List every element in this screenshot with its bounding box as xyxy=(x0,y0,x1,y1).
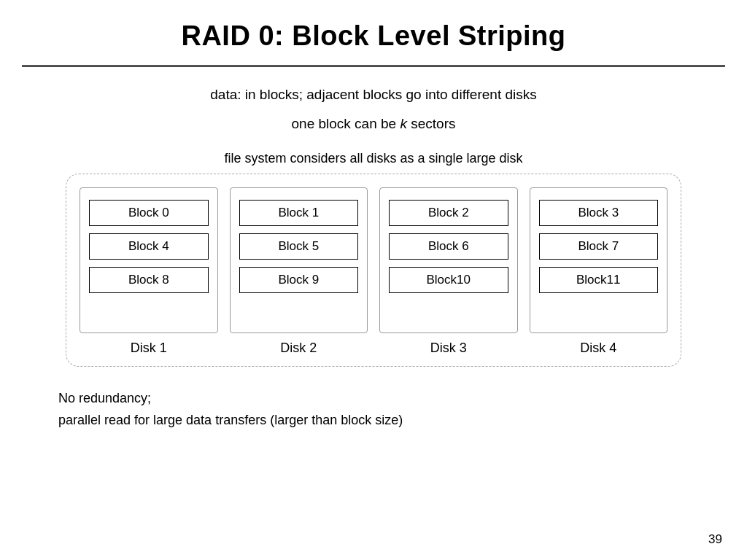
disk-label-3: Disk 3 xyxy=(430,341,467,356)
disk-label-4: Disk 4 xyxy=(580,341,616,356)
desc-line2-italic: k xyxy=(400,116,407,131)
disk-unit-1: Block 0 Block 4 Block 8 Disk 1 xyxy=(80,187,218,356)
disk-box-1: Block 0 Block 4 Block 8 xyxy=(80,187,218,333)
page-number: 39 xyxy=(708,532,722,547)
disk-unit-2: Block 1 Block 5 Block 9 Disk 2 xyxy=(230,187,368,356)
disk-label-1: Disk 1 xyxy=(131,341,167,356)
block-10: Block10 xyxy=(389,267,508,293)
disk-box-3: Block 2 Block 6 Block10 xyxy=(379,187,518,333)
description-line2: one block can be k sectors xyxy=(44,112,703,136)
desc-line2-prefix: one block can be xyxy=(292,116,400,131)
disk-unit-4: Block 3 Block 7 Block11 Disk 4 xyxy=(530,187,668,356)
slide-title: RAID 0: Block Level Striping xyxy=(181,20,565,51)
block-0: Block 0 xyxy=(89,200,209,226)
disks-row: Block 0 Block 4 Block 8 Disk 1 Block 1 B… xyxy=(80,187,667,356)
note-line1: No redundancy; xyxy=(58,387,689,410)
title-area: RAID 0: Block Level Striping xyxy=(0,0,747,65)
block-4: Block 4 xyxy=(89,233,209,260)
block-8: Block 8 xyxy=(89,267,209,293)
note-line2: parallel read for large data transfers (… xyxy=(58,409,689,432)
content-area: data: in blocks; adjacent blocks go into… xyxy=(0,67,747,367)
block-9: Block 9 xyxy=(239,267,359,293)
block-6: Block 6 xyxy=(389,233,508,260)
slide: RAID 0: Block Level Striping data: in bl… xyxy=(0,0,747,560)
disk-label-2: Disk 2 xyxy=(280,341,317,356)
block-5: Block 5 xyxy=(239,233,359,260)
block-7: Block 7 xyxy=(539,233,659,260)
disk-box-4: Block 3 Block 7 Block11 xyxy=(530,187,668,333)
block-3: Block 3 xyxy=(539,200,659,226)
disks-container: Block 0 Block 4 Block 8 Disk 1 Block 1 B… xyxy=(66,174,681,367)
block-1: Block 1 xyxy=(239,200,359,226)
disk-unit-3: Block 2 Block 6 Block10 Disk 3 xyxy=(379,187,518,356)
block-11: Block11 xyxy=(539,267,659,293)
filesystem-label: file system considers all disks as a sin… xyxy=(44,151,703,166)
desc-line2-suffix: sectors xyxy=(407,116,456,131)
notes-area: No redundancy; parallel read for large d… xyxy=(0,367,747,432)
block-2: Block 2 xyxy=(389,200,508,226)
disk-box-2: Block 1 Block 5 Block 9 xyxy=(230,187,368,333)
description-line1: data: in blocks; adjacent blocks go into… xyxy=(44,83,703,106)
